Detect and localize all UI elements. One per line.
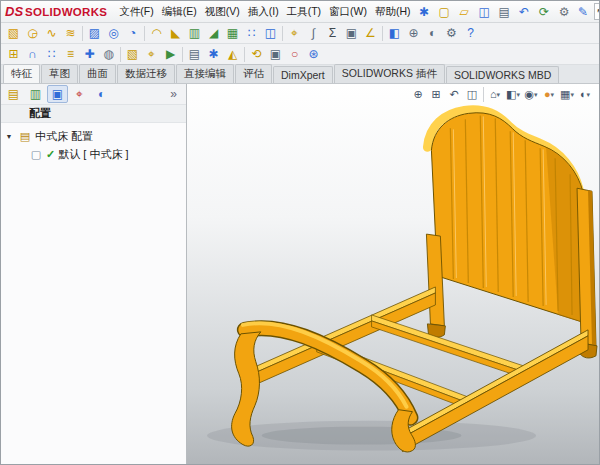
propertymanager-tab-icon[interactable]: ▥ <box>25 85 46 103</box>
zoom-area-icon: ⊞ <box>431 89 440 100</box>
previous-view-icon[interactable]: ↶ <box>445 86 463 103</box>
linear-pattern-icon: ∷ <box>248 27 256 39</box>
dimxpertmanager-tab-icon[interactable]: ⌖ <box>69 85 90 103</box>
menu-file[interactable]: 文件(F) <box>115 3 157 21</box>
hole-wizard-icon[interactable]: ◎ <box>104 24 123 42</box>
swept-boss-icon[interactable]: ∿ <box>42 24 61 42</box>
chamfer-icon[interactable]: ◣ <box>166 24 185 42</box>
menu-help[interactable]: 帮助(H) <box>371 3 415 21</box>
zoom-fit-icon[interactable]: ⊕ <box>409 86 427 103</box>
menu-view[interactable]: 视图(V) <box>201 3 244 21</box>
undo-icon[interactable]: ↶ <box>515 3 534 21</box>
model-3d-bed[interactable] <box>187 84 599 465</box>
tab-data-migration[interactable]: 数据迁移 <box>117 64 175 83</box>
tab-sketch[interactable]: 草图 <box>41 64 78 83</box>
config-tree-root-row[interactable]: ▼ ▤ 中式床 配置 <box>3 127 184 145</box>
featuremanager-tab-icon[interactable]: ▤ <box>3 85 24 103</box>
bed-shadow <box>207 421 536 451</box>
displaymanager-tab-icon[interactable]: ◐ <box>91 85 112 103</box>
ds-logo-icon: DS <box>5 4 23 19</box>
mirror-icon[interactable]: ◫ <box>261 24 280 42</box>
save-icon[interactable]: ◫ <box>475 3 494 21</box>
move-component-icon: ✚ <box>84 48 94 60</box>
configurationmanager-tab-icon[interactable]: ▣ <box>47 85 68 103</box>
panel-title: 配置 <box>29 106 51 121</box>
print-icon[interactable]: ▤ <box>495 3 514 21</box>
toolbox-icon[interactable]: ⊛ <box>304 45 323 63</box>
menu-edit[interactable]: 编辑(E) <box>158 3 201 21</box>
select-tool-button[interactable]: ↖ ▾ <box>594 3 600 20</box>
chevron-double-icon[interactable]: » <box>163 85 184 103</box>
component-pattern-icon[interactable]: ∷ <box>42 45 61 63</box>
update-icon[interactable]: ⟲ <box>247 45 266 63</box>
measure-icon[interactable]: ∠ <box>361 24 380 42</box>
zoom-area-icon[interactable]: ⊞ <box>427 86 445 103</box>
lofted-boss-icon: ≋ <box>65 27 75 39</box>
tab-surfaces[interactable]: 曲面 <box>79 64 116 83</box>
reference-geometry-icon[interactable]: ⌖ <box>285 24 304 42</box>
edit-appearance-icon[interactable]: ●▾ <box>540 86 558 103</box>
smart-fastener-icon[interactable]: ≡ <box>61 45 80 63</box>
move-component-icon[interactable]: ✚ <box>80 45 99 63</box>
revolved-cut-icon[interactable]: ◔ <box>123 24 142 42</box>
menu-tools[interactable]: 工具(T) <box>283 3 325 21</box>
view-orientation-icon[interactable]: ⌂▾ <box>486 86 504 103</box>
bed-headboard[interactable] <box>427 110 588 324</box>
boss-extrude-icon[interactable]: ▧ <box>4 24 23 42</box>
motion-study-icon[interactable]: ▶ <box>161 45 180 63</box>
reference-geo-icon[interactable]: ⌖ <box>142 45 161 63</box>
curves-icon[interactable]: ∫ <box>304 24 323 42</box>
tab-evaluate[interactable]: 评估 <box>235 64 272 83</box>
zoom-icon[interactable]: ⊕ <box>404 24 423 42</box>
open-document-icon[interactable]: ▱ <box>455 3 474 21</box>
options-icon[interactable]: ⚙ <box>555 3 574 21</box>
instant3d-icon[interactable]: ◭ <box>223 45 242 63</box>
assembly-feature-icon[interactable]: ▧ <box>123 45 142 63</box>
lofted-boss-icon[interactable]: ≋ <box>61 24 80 42</box>
shell-icon[interactable]: ▦ <box>223 24 242 42</box>
tab-direct-editing[interactable]: 直接编辑 <box>176 64 234 83</box>
sketch-circle-icon[interactable]: ○ <box>285 45 304 63</box>
insert-component-icon[interactable]: ⊞ <box>4 45 23 63</box>
new-document-icon[interactable]: ▢ <box>435 3 454 21</box>
manager-tab-strip: ▤▥▣⌖◐» <box>1 84 186 105</box>
section-view-icon[interactable]: ◫ <box>463 86 481 103</box>
help-icon[interactable]: ? <box>461 24 480 42</box>
tab-sw-mbd[interactable]: SOLIDWORKS MBD <box>446 66 559 83</box>
exploded-view-icon[interactable]: ✱ <box>204 45 223 63</box>
tab-dimxpert[interactable]: DimXpert <box>273 66 333 83</box>
pin-menu-icon[interactable]: ✱ <box>415 3 434 21</box>
revolved-boss-icon[interactable]: ◶ <box>23 24 42 42</box>
display-style-icon[interactable]: ◐ <box>423 24 442 42</box>
extruded-cut-icon[interactable]: ▨ <box>85 24 104 42</box>
save-icon: ◫ <box>478 6 489 18</box>
rib-icon: ▥ <box>189 27 200 39</box>
tab-sw-addins[interactable]: SOLIDWORKS 插件 <box>334 64 445 83</box>
draft-icon[interactable]: ◢ <box>204 24 223 42</box>
view-orientation-icon: ⌂ <box>490 89 497 100</box>
bill-of-materials-icon[interactable]: ▤ <box>185 45 204 63</box>
menu-insert[interactable]: 插入(I) <box>244 3 283 21</box>
rebuild-icon[interactable]: ⟳ <box>535 3 554 21</box>
camera-icon[interactable]: ▣ <box>342 24 361 42</box>
menu-window[interactable]: 窗口(W) <box>325 3 371 21</box>
hide-show-items-icon[interactable]: ◉▾ <box>522 86 540 103</box>
view-settings-icon[interactable]: ◐▾ <box>576 86 594 103</box>
mate-icon[interactable]: ∩ <box>23 45 42 63</box>
graphics-viewport[interactable]: ⊕⊞↶◫⌂▾◧▾◉▾●▾▦▾◐▾ <box>187 84 599 465</box>
tab-features[interactable]: 特征 <box>3 64 40 83</box>
linear-pattern-icon[interactable]: ∷ <box>242 24 261 42</box>
rib-icon[interactable]: ▥ <box>185 24 204 42</box>
equations-icon[interactable]: Σ <box>323 24 342 42</box>
apply-scene-icon[interactable]: ▦▾ <box>558 86 576 103</box>
section-view-icon[interactable]: ◧ <box>385 24 404 42</box>
settings-icon[interactable]: ⚙ <box>442 24 461 42</box>
display-style-icon[interactable]: ◧▾ <box>504 86 522 103</box>
snapshot-icon[interactable]: ▣ <box>266 45 285 63</box>
edit-appearance-pencil-icon[interactable]: ✎ <box>574 3 593 21</box>
config-tree-child-row[interactable]: ▢ ✓ 默认 [ 中式床 ] <box>3 145 184 163</box>
fillet-icon[interactable]: ◠ <box>147 24 166 42</box>
tree-expand-icon[interactable]: ▼ <box>3 133 15 140</box>
show-hidden-icon[interactable]: ◍ <box>99 45 118 63</box>
main-area: ▤▥▣⌖◐» 配置 ▼ ▤ 中式床 配置 ▢ ✓ 默认 [ 中式床 ] ⊕⊞↶◫… <box>1 84 599 465</box>
